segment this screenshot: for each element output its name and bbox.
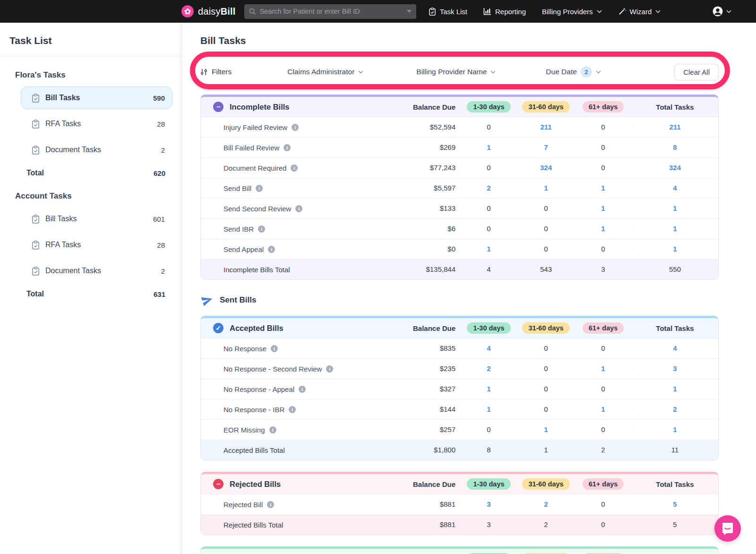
info-icon[interactable]: i	[326, 365, 333, 372]
row-label: EOR Missing	[223, 426, 265, 434]
search-scope-caret-icon[interactable]	[407, 10, 412, 13]
clipboard-check-icon	[32, 94, 40, 103]
top-navbar: ✿ daisyBill Task List Reporting Billing …	[0, 0, 756, 23]
task-count-link[interactable]: 324	[540, 164, 552, 172]
sidebar-item-count: 2	[161, 146, 165, 154]
task-count-link[interactable]: 211	[669, 123, 680, 131]
task-count-link[interactable]: 5	[673, 500, 677, 508]
task-count-link[interactable]: 1	[673, 425, 677, 433]
task-count-link[interactable]: 1	[673, 245, 677, 253]
task-count-link[interactable]: 4	[673, 344, 677, 352]
task-count-link[interactable]: 1	[601, 364, 605, 372]
row-label: Incomplete Bills Total	[223, 266, 290, 274]
clipboard-check-icon	[32, 120, 40, 129]
task-count-link[interactable]: 7	[544, 143, 548, 151]
search-input[interactable]	[260, 8, 403, 15]
daisybill-logo[interactable]: ✿ daisyBill	[181, 5, 236, 17]
sidebar-item-rfa-tasks[interactable]: RFA Tasks 28	[21, 113, 172, 135]
info-icon[interactable]: i	[269, 426, 276, 433]
table-title: Accepted Bills	[230, 324, 284, 333]
sidebar-item-account-rfa-tasks[interactable]: RFA Tasks 28	[21, 234, 172, 256]
total-label: Total	[26, 169, 44, 177]
sidebar-item-document-tasks[interactable]: Document Tasks 2	[21, 138, 172, 161]
nav-account-menu[interactable]	[712, 6, 731, 17]
sidebar-section-floras-tasks: Flora's Tasks	[15, 70, 182, 80]
nav-task-list[interactable]: Task List	[429, 8, 467, 16]
info-icon[interactable]: i	[292, 124, 299, 131]
balance-due-value: $881	[440, 500, 455, 508]
info-icon[interactable]: i	[258, 225, 265, 233]
row-label: Rejected Bills Total	[223, 521, 283, 529]
clear-all-button[interactable]: Clear All	[674, 64, 719, 80]
task-count-link[interactable]: 2	[544, 500, 548, 508]
clipboard-check-icon	[32, 267, 40, 276]
table-row: Injury Failed Reviewi$52,59402110211	[201, 117, 718, 137]
due-date-dropdown[interactable]: Due Date 2	[546, 66, 601, 78]
row-label: Rejected Bill	[223, 501, 263, 509]
task-count-link[interactable]: 1	[601, 405, 605, 413]
row-label: No Response - IBR	[223, 406, 284, 414]
task-count-link[interactable]: 1	[673, 385, 677, 393]
task-count-link[interactable]: 1	[601, 204, 605, 212]
incomplete-bills-table: −Incomplete BillsBalance Due1-30 days31-…	[200, 95, 719, 280]
info-icon[interactable]: i	[291, 164, 298, 172]
task-count-link[interactable]: 4	[487, 344, 490, 352]
global-search[interactable]	[244, 4, 416, 19]
sidebar-item-label: Document Tasks	[45, 267, 101, 275]
row-label: Accepted Bills Total	[223, 446, 285, 454]
task-count-link[interactable]: 1	[487, 143, 490, 151]
accepted-table-header: ✓Accepted BillsBalance Due1-30 days31-60…	[201, 318, 718, 338]
task-count-link[interactable]: 1	[601, 184, 605, 192]
task-count: 1	[544, 446, 548, 454]
task-count: 0	[601, 500, 605, 508]
nav-billing-providers[interactable]: Billing Providers	[542, 8, 602, 16]
task-count-link[interactable]: 1	[673, 225, 677, 233]
task-count-link[interactable]: 3	[673, 364, 677, 372]
billing-provider-name-dropdown[interactable]: Billing Provider Name	[416, 68, 496, 76]
sidebar-item-account-bill-tasks[interactable]: Bill Tasks 601	[21, 208, 172, 230]
spacer	[200, 535, 719, 546]
task-count-link[interactable]: 1	[544, 425, 548, 433]
balance-due-value: $6	[447, 225, 455, 233]
sidebar-item-account-document-tasks[interactable]: Document Tasks 2	[21, 260, 172, 282]
task-count: 0	[544, 385, 548, 393]
info-icon[interactable]: i	[268, 246, 275, 253]
info-icon[interactable]: i	[295, 205, 302, 212]
task-count: 0	[544, 405, 548, 413]
filters-bar: Filters Claims Administrator Billing Pro…	[200, 57, 719, 87]
chat-messenger-button[interactable]	[714, 515, 741, 542]
sent-bills-heading: Sent Bills	[201, 294, 719, 306]
info-icon[interactable]: i	[299, 386, 306, 393]
task-count-link[interactable]: 2	[673, 405, 677, 413]
info-icon[interactable]: i	[256, 185, 263, 192]
info-icon[interactable]: i	[289, 406, 296, 413]
task-count-link[interactable]: 8	[673, 143, 677, 151]
sidebar-title: Task List	[0, 23, 182, 56]
task-count-link[interactable]: 324	[669, 164, 681, 172]
task-count-link[interactable]: 1	[487, 385, 490, 393]
info-icon[interactable]: i	[267, 501, 274, 508]
task-count: 550	[669, 265, 681, 273]
spacer	[200, 460, 719, 472]
task-count-link[interactable]: 1	[487, 405, 490, 413]
sidebar-item-bill-tasks[interactable]: Bill Tasks 590	[21, 87, 172, 109]
task-count-link[interactable]: 2	[487, 364, 490, 372]
task-count: 0	[487, 204, 490, 212]
info-icon[interactable]: i	[284, 144, 291, 151]
table-row: Bill Failed Reviewi$2691708	[201, 137, 718, 157]
task-count-link[interactable]: 3	[487, 500, 490, 508]
table-title: Rejected Bills	[230, 480, 281, 489]
task-count-link[interactable]: 2	[487, 184, 490, 192]
task-count-link[interactable]: 1	[601, 225, 605, 233]
filters-toggle[interactable]: Filters	[200, 68, 232, 76]
task-count-link[interactable]: 1	[673, 204, 677, 212]
nav-wizard[interactable]: Wizard	[618, 8, 661, 16]
sidebar-item-count: 2	[161, 267, 165, 275]
task-count-link[interactable]: 1	[544, 184, 548, 192]
task-count-link[interactable]: 211	[540, 123, 551, 131]
task-count-link[interactable]: 1	[487, 245, 490, 253]
claims-administrator-dropdown[interactable]: Claims Administrator	[287, 68, 363, 76]
info-icon[interactable]: i	[271, 345, 278, 352]
nav-reporting[interactable]: Reporting	[483, 8, 526, 16]
task-count-link[interactable]: 4	[673, 184, 677, 192]
